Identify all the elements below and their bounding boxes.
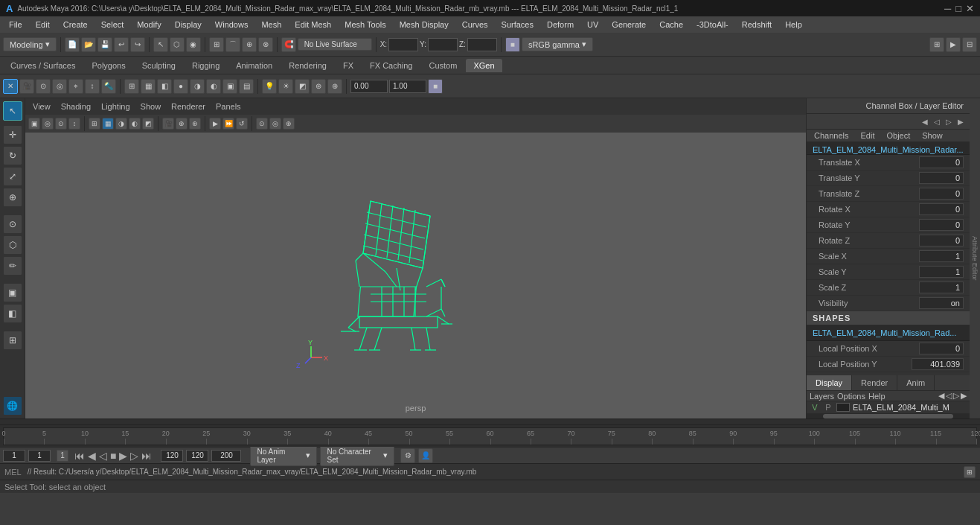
vp-playblast-icon[interactable]: ⏩ (222, 118, 234, 130)
play-forward-button[interactable]: ▶ (119, 450, 127, 462)
undo-icon[interactable]: ↩ (114, 37, 129, 52)
tool-wire[interactable]: ▦ (141, 79, 156, 94)
go-start-button[interactable]: ⏮ (74, 450, 85, 462)
tool-snap[interactable]: ⊞ (3, 331, 22, 350)
cb-show-menu[interactable]: Show (917, 130, 947, 141)
layer-color-swatch[interactable] (836, 403, 850, 412)
panel-expand-icon[interactable]: ◁ (931, 115, 943, 127)
tool-show[interactable]: ▣ (3, 283, 22, 302)
tool-scale[interactable]: ⤢ (3, 167, 22, 186)
tool-shade4[interactable]: ◐ (206, 79, 221, 94)
tab-anim[interactable]: Anim (897, 375, 935, 390)
save-icon[interactable]: 💾 (97, 37, 112, 52)
maximize-button[interactable]: □ (955, 3, 961, 14)
vp-menu-shading[interactable]: Shading (57, 101, 95, 112)
display-settings-icon[interactable]: ⊞ (929, 37, 944, 52)
vp-light-icon[interactable]: ◐ (129, 118, 141, 130)
vp-anim-icon[interactable]: ▶ (209, 118, 221, 130)
tool-cam4[interactable]: ⌖ (68, 79, 83, 94)
prop-lpy-input[interactable] (912, 358, 964, 370)
live-surface-dropdown[interactable]: No Live Surface (298, 38, 372, 51)
snap-point-icon[interactable]: ⊕ (242, 37, 257, 52)
anim-settings-icon[interactable]: ⚙ (400, 448, 415, 463)
color-mgmt-icon[interactable]: ■ (505, 37, 520, 52)
next-frame-button[interactable]: ▷ (130, 450, 138, 462)
vp-menu-view[interactable]: View (28, 101, 55, 112)
tool-soft[interactable]: ⊙ (3, 214, 22, 234)
menu-item-display[interactable]: Display (169, 19, 208, 31)
vp-cam-icon[interactable]: 🎥 (162, 118, 174, 130)
viewport-area[interactable]: X Y Z persp (25, 133, 806, 419)
redo-icon[interactable]: ↪ (130, 37, 145, 52)
tool-grid[interactable]: ⊞ (124, 79, 139, 94)
tab-rigging[interactable]: Rigging (185, 59, 227, 72)
prop-ty-input[interactable] (919, 172, 964, 184)
attribute-editor-tab[interactable]: Attribute Editor (970, 98, 980, 419)
vp-tool3[interactable]: ⊙ (55, 118, 67, 130)
range-end2-input[interactable] (186, 450, 208, 462)
help-menu[interactable]: Help (868, 392, 885, 401)
panel-close-icon[interactable]: ▶ (955, 115, 967, 127)
tool-camera[interactable]: 🎥 (19, 79, 34, 94)
tab-rendering[interactable]: Rendering (281, 59, 334, 72)
cb-channels-menu[interactable]: Channels (810, 130, 853, 141)
tool-light2[interactable]: ☀ (278, 79, 293, 94)
play-back-button[interactable]: ◁ (99, 450, 107, 462)
prop-ry-input[interactable] (919, 219, 964, 231)
prop-lpx-input[interactable] (919, 343, 964, 354)
snap-curve-icon[interactable]: ⌒ (225, 37, 240, 52)
tool-cam6[interactable]: 🔦 (101, 79, 116, 94)
tab-render[interactable]: Render (852, 375, 897, 390)
tool-color-icon[interactable]: ■ (428, 79, 443, 94)
y-field[interactable] (428, 38, 458, 51)
vp-menu-renderer[interactable]: Renderer (167, 101, 210, 112)
minimize-button[interactable]: ─ (944, 3, 951, 14)
tool-shade1[interactable]: ◧ (157, 79, 172, 94)
vp-grid-icon[interactable]: ⊞ (89, 118, 100, 130)
open-file-icon[interactable]: 📂 (81, 37, 96, 52)
layer-refresh-icon[interactable]: ▷ (953, 391, 959, 401)
tab-sculpting[interactable]: Sculpting (135, 59, 183, 72)
prop-sx-input[interactable] (919, 250, 964, 262)
tool-shadow[interactable]: ◩ (295, 79, 310, 94)
menu-item-create[interactable]: Create (57, 19, 94, 31)
panel-float-icon[interactable]: ▷ (943, 115, 955, 127)
total-end-input[interactable] (211, 450, 241, 462)
prop-tz-input[interactable] (919, 188, 964, 200)
select-icon[interactable]: ↖ (153, 37, 168, 52)
layer-sort-icon[interactable]: ▶ (961, 391, 967, 401)
panel-shrink-icon[interactable]: ◀ (919, 115, 931, 127)
menu-item-editmesh[interactable]: Edit Mesh (289, 19, 337, 31)
layout-icon[interactable]: ⊟ (962, 37, 977, 52)
vp-tool2[interactable]: ◎ (42, 118, 54, 130)
snap-grid-icon[interactable]: ⊞ (209, 37, 224, 52)
anim-layer-dropdown[interactable]: No Anim Layer ▾ (250, 445, 317, 466)
vp-loop-icon[interactable]: ↺ (236, 118, 248, 130)
tab-display[interactable]: Display (807, 375, 852, 390)
tab-animation[interactable]: Animation (228, 59, 280, 72)
menu-item-meshdisplay[interactable]: Mesh Display (394, 19, 455, 31)
layer-visibility[interactable]: V (810, 403, 820, 412)
layer-remove-icon[interactable]: ◁ (946, 391, 952, 401)
tool-manip[interactable]: ⊕ (327, 79, 342, 94)
layer-add-icon[interactable]: ◀ (938, 391, 944, 401)
vp-menu-lighting[interactable]: Lighting (97, 101, 135, 112)
tool-aa[interactable]: ⊛ (311, 79, 326, 94)
tool-shade3[interactable]: ◑ (190, 79, 205, 94)
script-mode[interactable]: MEL (4, 468, 22, 477)
menu-item-cache[interactable]: Cache (653, 19, 689, 31)
stop-button[interactable]: ■ (110, 450, 116, 462)
magnet-icon[interactable]: 🧲 (281, 37, 296, 52)
tool-render2[interactable]: ◧ (3, 304, 22, 323)
menu-item-help[interactable]: Help (779, 19, 808, 31)
current-frame-input[interactable] (3, 450, 25, 462)
vp-smooth-icon[interactable]: ◑ (115, 118, 127, 130)
tab-fx[interactable]: FX (336, 59, 361, 72)
tool-rotate[interactable]: ↻ (3, 146, 22, 165)
gamma-dropdown[interactable]: sRGB gamma ▾ (522, 37, 593, 51)
prop-tx-input[interactable] (919, 156, 964, 168)
prop-rx-input[interactable] (919, 203, 964, 215)
close-button[interactable]: ✕ (966, 3, 974, 14)
z-field[interactable] (467, 38, 497, 51)
layers-menu[interactable]: Layers (810, 392, 834, 401)
